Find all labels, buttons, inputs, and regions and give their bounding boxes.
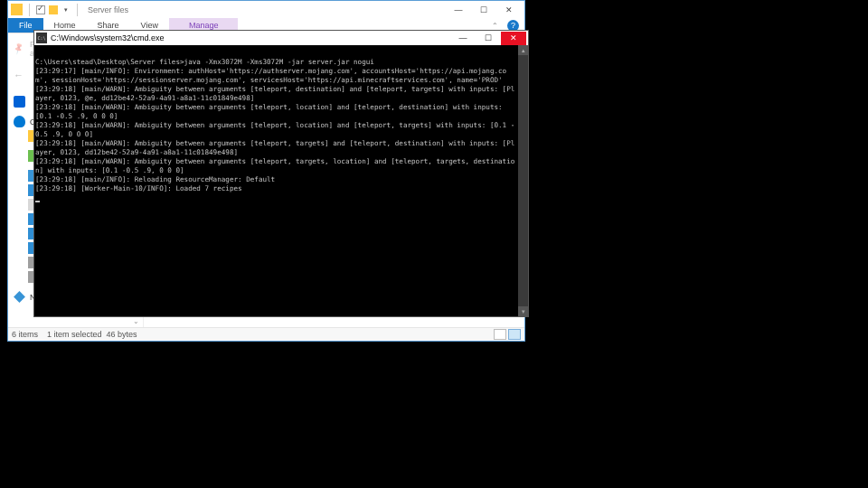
minimize-button[interactable]: —	[446, 2, 471, 18]
view-icons-button[interactable]	[508, 329, 521, 340]
scroll-up-icon[interactable]: ▴	[518, 45, 528, 55]
cloud-icon	[14, 116, 25, 127]
statusbar: 6 items 1 item selected 46 bytes	[8, 327, 524, 341]
maximize-button[interactable]: ☐	[471, 2, 496, 18]
ribbon-collapse-icon[interactable]: ⌃	[492, 22, 498, 30]
network-icon	[14, 291, 25, 303]
window-title: Server files	[88, 5, 128, 14]
dropbox-icon	[14, 96, 25, 108]
cmd-scrollbar[interactable]: ▴ ▾	[518, 45, 528, 316]
cmd-close-button[interactable]: ✕	[501, 32, 526, 45]
qa-dropdown-icon[interactable]: ▾	[61, 4, 71, 15]
cmd-maximize-button[interactable]: ☐	[476, 32, 501, 45]
cmd-icon	[36, 33, 47, 43]
status-item-count: 6 items	[12, 330, 38, 339]
explorer-titlebar[interactable]: ▾ Server files — ☐ ✕	[8, 1, 524, 18]
folder-icon	[11, 4, 23, 15]
status-selected: 1 item selected 46 bytes	[47, 330, 137, 339]
cmd-minimize-button[interactable]: —	[450, 32, 476, 45]
cmd-titlebar[interactable]: C:\Windows\system32\cmd.exe — ☐ ✕	[34, 31, 528, 45]
pin-icon: 📌	[12, 41, 28, 57]
close-button[interactable]: ✕	[496, 2, 522, 18]
cmd-output[interactable]: C:\Users\stead\Desktop\Server files>java…	[34, 45, 518, 316]
qa-check-icon[interactable]	[36, 5, 45, 14]
view-details-button[interactable]	[494, 329, 506, 340]
folder-small-icon	[49, 5, 58, 14]
cmd-title-text: C:\Windows\system32\cmd.exe	[51, 33, 165, 42]
arrow-left-icon: ←	[14, 70, 32, 80]
scroll-down-icon[interactable]: ▾	[518, 306, 528, 316]
cmd-window: C:\Windows\system32\cmd.exe — ☐ ✕ C:\Use…	[33, 30, 529, 317]
